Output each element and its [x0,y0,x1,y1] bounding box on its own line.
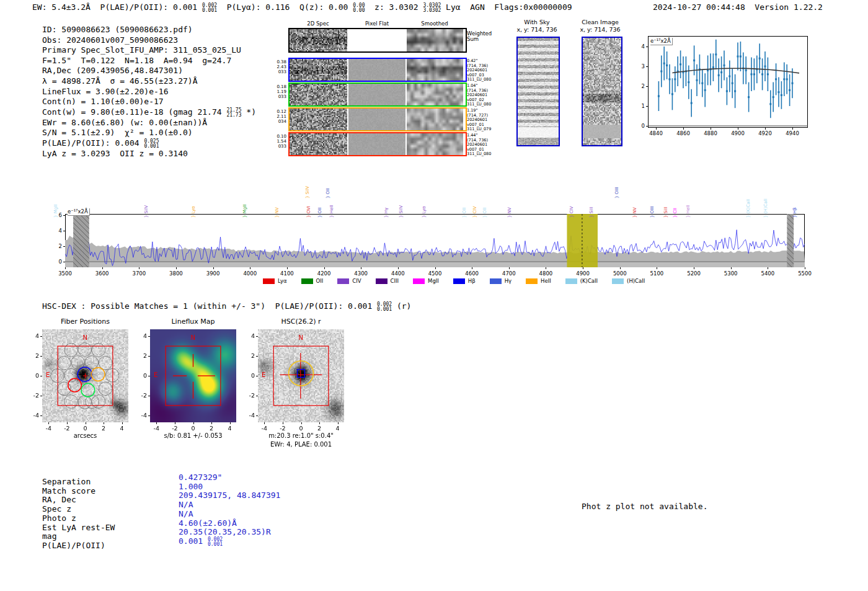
emission-line-label: } CIV [472,207,477,218]
spectrum-xtick: 3800 [169,270,183,277]
legend-swatch [612,278,624,284]
fit-plot-ytick: 4 [635,43,645,50]
spectrum-unit-label: e⁻¹⁷x2Å [68,208,90,216]
text-segment: 0.001 [179,536,208,546]
cutout-row-right-label: 1.44"(714, 736)20240601v007_01311_LU_080 [467,133,491,157]
spectrum-xtick: 5100 [650,270,664,277]
col-title-smoothed: Smoothed [421,20,448,27]
left-label-line: 2.11 [272,114,286,119]
stacked-uncertainty: 0.0020.001 [377,302,392,312]
emission-line-label: } OVI [306,206,311,218]
legend-item: (H)CaII [612,278,645,284]
legend-item: CIII [376,278,399,284]
legend-swatch [376,278,388,284]
hsc-match-header: HSC-DEX : Possible Matches = 1 (within +… [42,301,411,312]
text-segment: F=1.5" T=0.122 N=1.18 A=0.94 g=24.7 [42,56,231,65]
fit-plot-ytick: 0 [635,123,645,129]
cutout-row-left-label: 0.382.43033 [272,60,286,74]
hsc-xlabel2: EWr: 4, PLAE: 0.001 [270,441,332,448]
fit-plot-unit-label: e⁻¹⁷x2Å [650,38,673,45]
emission-line-label: } OIII [614,187,619,198]
lineflux-xtick: -2 [172,425,177,432]
emission-line-label: } MgII [53,205,58,218]
fit-plot-xtick: 4860 [676,130,690,136]
spectrum-xtick: 4300 [354,270,368,277]
fit-plot-xtick: 4840 [649,130,663,136]
text-segment: Primary Spec_Slot_IFU_AMP: 311_053_025_L… [42,45,241,55]
emission-line-label: } HeII [329,205,334,218]
compass-north: N [299,334,303,341]
lineflux-ytick: 0 [137,372,147,379]
text-segment: 0.427329" [179,473,222,482]
hsc-ytick: 4 [245,332,255,339]
col-title-pixelflat: Pixel Flat [365,20,389,27]
cutout-smoothed-image [407,59,463,81]
emission-line-label: } CII [673,208,678,218]
emission-line-label: } (H)CaII [763,198,768,218]
text-segment: 1.000 [179,482,203,491]
col-title-2dspec: 2D Spec [307,20,329,27]
fiber-xtick: 0 [83,425,87,432]
hsc-xtick: 2 [317,425,321,432]
left-label-line: 034 [272,119,286,124]
legend-label: Lyα [278,278,287,284]
fit-plot-xtick: 4940 [786,130,799,136]
text-segment: ID: 5090086623 (5090086623.pdf) [42,25,193,34]
spectrum-xtick: 4900 [576,270,590,277]
emission-line-label: } OIII [650,207,655,218]
left-label-line: 0.10 [272,134,286,139]
left-label-line: 0.18 [272,84,286,89]
match-row-value: 0.001 0.0020.001 [179,536,223,547]
cutout-smoothed-image [407,29,463,51]
spectrum-ytick: 4 [52,228,62,234]
text-segment: λ = 4898.27Å σ = 46.55(±23.27)Å [42,76,197,86]
cutout-row-left-label: 0.101.54033 [272,134,286,149]
legend-swatch [301,278,313,284]
match-row-label: P(LAE)/P(OII) [42,541,105,551]
compass-east: E [46,371,50,378]
legend-swatch [490,278,502,284]
text-segment: S/N = 5.1(±2.9) χ² = 1.0(±0.0) [42,128,193,137]
emission-line-label: } OII [326,189,330,198]
stacked-uncertainty: 3.03023.0302 [423,3,441,13]
text-segment: Obs: 20240601v007_5090086623 [42,35,178,45]
right-label-line: 311_LU_080 [467,78,491,82]
cutout-pixelflat-image [348,84,405,105]
cutout-pixelflat-image [348,109,405,130]
clean-image-coords: x, y: 714, 736 [580,26,620,33]
hsc-xtick: 0 [299,425,303,432]
lineflux-ytick: -2 [137,392,147,399]
stacked-uncertainty: 0.0020.001 [202,3,217,13]
spectrum-xtick: 4700 [502,270,516,277]
spectrum-xtick: 4000 [243,270,257,277]
legend-label: CIII [391,278,399,284]
legend-item: MgII [413,278,439,284]
with-sky-title: With Sky [524,19,549,25]
text-segment: P(Lyα): 0.116 Q(z): 0.00 [217,2,353,12]
lineflux-ytick: -4 [137,412,147,419]
spectrum-xtick: 4600 [465,270,479,277]
fiber-xtick: 2 [102,425,105,432]
fiber-title: Fiber Positions [61,318,110,326]
info-line: F=1.5" T=0.122 N=1.18 A=0.94 g=24.7 [42,56,256,66]
emission-line-label: } SiIV [399,205,404,218]
emission-line-label: } (K)CaII [746,199,751,218]
text-segment: Lyα AGN Flags:0x00000009 [441,2,572,12]
cutout-row-right-label: 1.04"(714, 736)20240601v007_02311_LU_080 [467,84,491,107]
compass-north: N [191,334,195,341]
fit-plot-xtick: 4900 [731,130,745,136]
emission-line-label: } NV [275,207,280,218]
legend-swatch [526,278,538,284]
info-line: λ = 4898.27Å σ = 46.55(±23.27)Å [42,76,256,87]
emission-line-label: } CIV [569,207,574,218]
compass-east: E [154,371,157,378]
left-label-line: 0.12 [272,109,286,114]
text-segment: *) [242,107,256,117]
legend-label: (H)CaII [627,278,645,284]
cutout-2dspec-image [290,59,347,81]
text-segment: HSC-DEX : Possible Matches = 1 (within +… [42,301,377,311]
legend-label: Hγ [505,278,512,284]
text-segment: N/A [179,500,193,509]
cutout-row-right-label: 0.42"(714, 736)20240601v007_03311_LU_080 [467,59,491,82]
text-segment: z: 3.0302 [365,2,423,12]
